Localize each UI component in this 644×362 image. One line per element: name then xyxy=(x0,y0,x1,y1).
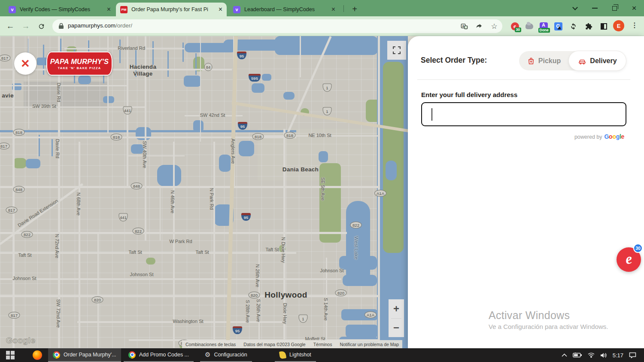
system-tray: 5:17 xyxy=(562,348,636,362)
map-fullscreen-button[interactable] xyxy=(387,41,406,60)
google-map-logo[interactable]: Google xyxy=(6,336,35,345)
modal-close-button[interactable]: ✕ xyxy=(14,52,36,75)
address-label: Enter your full delivery address xyxy=(421,91,517,98)
sidebar-toggle-button[interactable] xyxy=(599,21,608,31)
taskbar-item-settings[interactable]: ⚙ Configuración xyxy=(200,348,252,362)
browser-menu-icon[interactable]: ⋮ xyxy=(631,21,638,29)
chrome-icon xyxy=(53,351,60,359)
order-panel: Select Order Type: Pickup Delivery Enter… xyxy=(408,36,644,348)
svg-text:A: A xyxy=(462,24,464,27)
firefox-icon[interactable] xyxy=(33,350,42,360)
map-data-text: Datos del mapa ©2023 Google xyxy=(243,342,305,347)
pickup-label: Pickup xyxy=(538,57,561,65)
tab-title: Order Papa Murphy's for Fast Pi xyxy=(131,6,215,12)
extension-google-translate[interactable]: G xyxy=(553,21,563,31)
chrome-icon xyxy=(128,351,136,359)
close-window-button[interactable]: × xyxy=(624,0,644,16)
taskbar-item-label: Order Papa Murphy'... xyxy=(64,352,116,358)
screen: v Verify Codes — SimplyCodes × PM Order … xyxy=(0,0,644,362)
forward-button[interactable]: → xyxy=(20,20,32,32)
share-icon[interactable] xyxy=(474,21,484,31)
tab-separator xyxy=(343,5,344,12)
tab-title: Verify Codes — SimplyCodes xyxy=(20,6,103,12)
notification-icon[interactable] xyxy=(629,352,636,358)
clock[interactable]: 5:17 xyxy=(613,352,623,359)
tab-close-icon[interactable]: × xyxy=(331,6,335,12)
zoom-out-button[interactable]: − xyxy=(389,319,404,338)
report-problem-link[interactable]: Notificar un problema de Map xyxy=(340,342,399,347)
reload-icon xyxy=(38,23,45,30)
map-dim-overlay xyxy=(0,36,408,348)
simplycodes-favicon: v xyxy=(233,6,240,13)
extension-simplycodes[interactable]: e30 xyxy=(510,21,519,31)
reload-button[interactable] xyxy=(35,20,47,32)
terms-link[interactable]: Términos xyxy=(313,342,332,347)
map-zoom-control: + − xyxy=(389,299,404,337)
tray-expand-icon[interactable] xyxy=(562,353,567,357)
back-button[interactable]: ← xyxy=(4,20,16,32)
extension-sync[interactable] xyxy=(568,21,578,31)
bookmark-star-icon[interactable]: ☆ xyxy=(489,21,499,31)
battery-icon[interactable] xyxy=(573,353,582,358)
wifi-icon[interactable] xyxy=(588,353,595,358)
extension-logo: e xyxy=(624,250,633,268)
sync-icon xyxy=(570,23,577,30)
tab-close-icon[interactable]: × xyxy=(219,6,222,12)
pickup-tab[interactable]: Pickup xyxy=(519,51,569,70)
start-button[interactable] xyxy=(6,351,15,360)
zoom-in-button[interactable]: + xyxy=(389,299,404,318)
papa-murphys-favicon: PM xyxy=(120,6,128,13)
google-logo: Google xyxy=(605,133,624,140)
text-caret xyxy=(431,108,432,121)
lightshot-feather-icon xyxy=(279,351,286,359)
tab-papa-murphys[interactable]: PM Order Papa Murphy's for Fast Pi × xyxy=(116,3,227,16)
map[interactable]: Riverland RdHaciendaVillageavieSW 39th S… xyxy=(0,36,408,348)
brand-name: PAPA MURPHY'S xyxy=(50,58,109,66)
taskbar-item-papa-murphys[interactable]: Order Papa Murphy'... xyxy=(48,348,121,362)
floating-extension-badge: 30 xyxy=(633,243,643,253)
volume-icon[interactable] xyxy=(600,353,607,358)
tab-leaderboard[interactable]: v Leaderboard — SimplyCodes × xyxy=(229,3,340,16)
delivery-label: Delivery xyxy=(590,57,617,65)
order-type-toggle: Pickup Delivery xyxy=(519,51,626,70)
simplycodes-favicon: v xyxy=(9,6,16,13)
panel-divider xyxy=(417,79,630,80)
page-content: Riverland RdHaciendaVillageavieSW 39th S… xyxy=(0,36,644,348)
purple-a-ext-icon: ADone xyxy=(540,22,548,30)
map-attribution: Combinaciones de teclas Datos del mapa ©… xyxy=(182,340,402,348)
profile-avatar[interactable]: E xyxy=(613,20,624,31)
taskbar-item-label: Lightshot xyxy=(289,352,311,358)
done-badge: Done xyxy=(538,28,550,33)
window-controls: × xyxy=(565,0,644,16)
taskbar-item-label: Add Promo Codes ... xyxy=(139,352,189,358)
browser-toolbar: ← → papamurphys.com/order/ A ☆ e30 ADone… xyxy=(0,16,644,36)
delivery-car-icon xyxy=(578,57,586,65)
tab-close-icon[interactable]: × xyxy=(107,6,111,12)
order-type-label: Select Order Type: xyxy=(421,56,487,65)
google-translate-ext-icon: G xyxy=(554,22,562,30)
powered-by-text: powered by xyxy=(574,134,602,140)
fullscreen-icon xyxy=(393,46,401,54)
translate-page-icon[interactable]: A xyxy=(459,21,469,31)
powered-by-google: powered by Google xyxy=(574,133,624,140)
taskbar-item-label: Configuración xyxy=(214,352,247,358)
url-domain: papamurphys.com xyxy=(68,22,115,29)
delivery-address-input[interactable] xyxy=(421,102,626,126)
keyboard-shortcuts-link[interactable]: Combinaciones de teclas xyxy=(185,342,236,347)
delivery-tab[interactable]: Delivery xyxy=(569,51,626,70)
extension-bird[interactable] xyxy=(525,21,534,31)
activate-windows-subtext: Ve a Configuración para activar Windows. xyxy=(489,323,608,330)
lock-icon[interactable] xyxy=(58,23,64,29)
minimize-button[interactable] xyxy=(585,0,605,16)
taskbar-item-promo-codes[interactable]: Add Promo Codes ... xyxy=(124,348,194,362)
tab-verify-codes[interactable]: v Verify Codes — SimplyCodes × xyxy=(4,3,115,16)
split-square-icon xyxy=(601,23,607,30)
url-path: /order/ xyxy=(115,22,132,29)
extension-purple-a[interactable]: ADone xyxy=(539,21,548,31)
taskbar-item-lightshot[interactable]: Lightshot xyxy=(275,348,316,362)
restore-button[interactable] xyxy=(605,0,624,16)
new-tab-button[interactable]: + xyxy=(349,3,361,15)
tab-search-icon[interactable] xyxy=(565,0,585,16)
url-text[interactable]: papamurphys.com/order/ xyxy=(68,22,132,29)
extensions-puzzle-button[interactable] xyxy=(584,21,593,31)
